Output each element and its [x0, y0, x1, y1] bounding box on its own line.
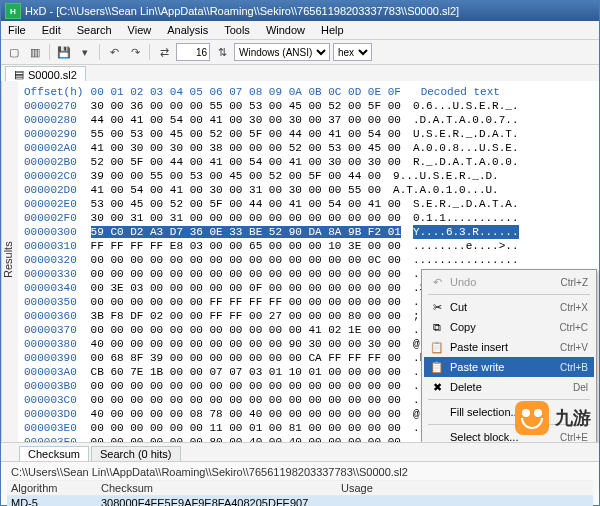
- bottom-panel: ChecksumSearch (0 hits) C:\\Users\\Sean …: [1, 442, 599, 505]
- bottom-tabs: ChecksumSearch (0 hits): [1, 443, 599, 462]
- charset-select[interactable]: Windows (ANSI): [234, 43, 330, 61]
- watermark: 九游: [515, 401, 591, 435]
- menu-tools[interactable]: Tools: [221, 23, 253, 37]
- checksum-grid: AlgorithmChecksumUsageMD-5308000F4FE5E9A…: [7, 481, 593, 506]
- menu-edit[interactable]: Edit: [39, 23, 64, 37]
- context-copy[interactable]: ⧉CopyCtrl+C: [424, 317, 594, 337]
- menu-separator: [428, 399, 590, 400]
- document-tab[interactable]: ▤ S0000.sl2: [5, 66, 86, 82]
- window-titlebar: H HxD - [C:\\Users\\Sean Lin\\AppData\\R…: [1, 1, 599, 21]
- checksum-cell[interactable]: MD-5: [7, 496, 97, 506]
- context-cut[interactable]: ✂CutCtrl+X: [424, 297, 594, 317]
- window-title: HxD - [C:\\Users\\Sean Lin\\AppData\\Roa…: [25, 5, 459, 17]
- new-file-icon[interactable]: ▢: [5, 43, 23, 61]
- copy-icon: ⧉: [430, 321, 444, 334]
- brand-text: 九游: [555, 406, 591, 430]
- paste-insert-icon: 📋: [430, 341, 444, 354]
- open-file-icon[interactable]: ▥: [26, 43, 44, 61]
- cut-icon: ✂: [430, 301, 444, 314]
- side-panel-tab[interactable]: Results: [1, 81, 18, 443]
- menu-window[interactable]: Window: [263, 23, 308, 37]
- separator: [149, 44, 150, 60]
- delete-icon: ✖: [430, 381, 444, 394]
- paste-write-icon: 📋: [430, 361, 444, 374]
- number-base-select[interactable]: hex: [333, 43, 372, 61]
- context-undo: ↶UndoCtrl+Z: [424, 272, 594, 292]
- brand-icon: [515, 401, 549, 435]
- bottom-tab-checksum[interactable]: Checksum: [19, 446, 89, 461]
- bytes-per-row-input[interactable]: [176, 43, 210, 61]
- menu-analysis[interactable]: Analysis: [164, 23, 211, 37]
- undo-icon[interactable]: ↶: [105, 43, 123, 61]
- col-algorithm: Algorithm: [7, 481, 97, 496]
- menu-bar: FileEditSearchViewAnalysisToolsWindowHel…: [1, 21, 599, 40]
- save-dropdown-icon[interactable]: ▾: [76, 43, 94, 61]
- undo-icon: ↶: [430, 276, 444, 289]
- columns-icon[interactable]: ⇄: [155, 43, 173, 61]
- toolbar: ▢ ▥ 💾 ▾ ↶ ↷ ⇄ ⇅ Windows (ANSI) hex: [1, 40, 599, 65]
- menu-separator: [428, 294, 590, 295]
- col-usage: Usage: [337, 481, 593, 496]
- menu-search[interactable]: Search: [74, 23, 115, 37]
- redo-icon[interactable]: ↷: [126, 43, 144, 61]
- app-icon: H: [5, 3, 21, 19]
- save-icon[interactable]: 💾: [55, 43, 73, 61]
- context-delete[interactable]: ✖DeleteDel: [424, 377, 594, 397]
- col-checksum: Checksum: [97, 481, 337, 496]
- checksum-cell[interactable]: [337, 496, 593, 506]
- menu-file[interactable]: File: [5, 23, 29, 37]
- menu-view[interactable]: View: [125, 23, 155, 37]
- file-icon: ▤: [14, 68, 24, 81]
- menu-help[interactable]: Help: [318, 23, 347, 37]
- document-tab-label: S0000.sl2: [28, 69, 77, 81]
- context-paste-insert[interactable]: 📋Paste insertCtrl+V: [424, 337, 594, 357]
- separator: [99, 44, 100, 60]
- stepper-icon[interactable]: ⇅: [213, 43, 231, 61]
- checksum-file-path: C:\\Users\\Sean Lin\\AppData\\Roaming\\S…: [7, 464, 593, 481]
- context-paste-write[interactable]: 📋Paste writeCtrl+B: [424, 357, 594, 377]
- checksum-cell[interactable]: 308000F4FE5E9AF9E8FA408205DFE907: [97, 496, 337, 506]
- bottom-tab-search[interactable]: Search (0 hits): [91, 446, 181, 461]
- separator: [49, 44, 50, 60]
